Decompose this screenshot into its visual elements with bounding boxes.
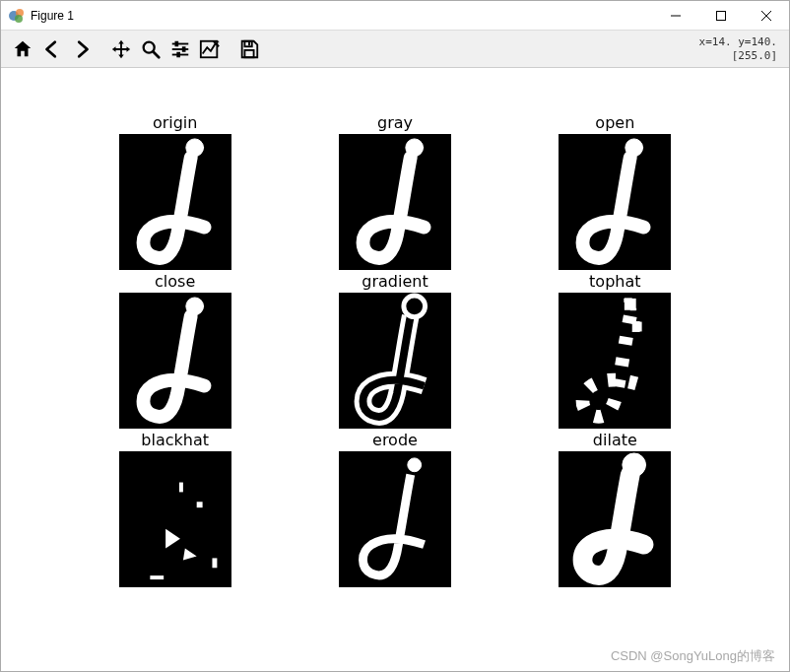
app-icon <box>9 8 25 24</box>
subplot-image[interactable] <box>119 134 231 270</box>
matplotlib-toolbar: x=14. y=140. [255.0] <box>1 31 789 68</box>
maximize-button[interactable] <box>698 1 744 30</box>
svg-rect-34 <box>212 558 217 568</box>
svg-line-8 <box>154 51 160 57</box>
subplot-open: open <box>559 113 671 270</box>
watermark: CSDN @SongYuLong的博客 <box>611 647 775 665</box>
subplot-image[interactable] <box>559 293 671 429</box>
subplot-origin: origin <box>119 113 231 270</box>
subplot-image[interactable] <box>339 451 451 587</box>
window-title: Figure 1 <box>31 9 74 23</box>
svg-rect-32 <box>150 575 164 579</box>
save-icon[interactable] <box>235 35 263 63</box>
forward-icon[interactable] <box>68 35 96 63</box>
svg-rect-28 <box>632 322 642 332</box>
subplot-gradient: gradient <box>339 272 451 429</box>
svg-rect-18 <box>248 41 250 45</box>
svg-rect-27 <box>625 299 636 310</box>
cursor-coordinates: x=14. y=140. [255.0] <box>699 35 781 61</box>
zoom-icon[interactable] <box>137 35 165 63</box>
subplot-gray: gray <box>339 113 451 270</box>
coord-val: [255.0] <box>699 49 777 62</box>
window-controls <box>653 1 789 30</box>
subplot-image[interactable] <box>339 293 451 429</box>
subplot-blackhat: blackhat <box>119 431 231 587</box>
svg-rect-33 <box>196 502 202 507</box>
svg-rect-35 <box>179 483 183 493</box>
svg-rect-29 <box>126 451 224 587</box>
subplot-image[interactable] <box>559 134 671 270</box>
subplot-image[interactable] <box>119 451 231 587</box>
pan-icon[interactable] <box>107 35 135 63</box>
svg-rect-19 <box>244 49 253 56</box>
svg-rect-14 <box>176 51 180 57</box>
subplot-erode: erode <box>339 431 451 587</box>
svg-rect-10 <box>175 40 179 46</box>
subplots-config-icon[interactable] <box>166 35 194 63</box>
subplot-image[interactable] <box>119 293 231 429</box>
subplot-title: close <box>119 272 231 291</box>
subplot-title: dilate <box>559 431 671 449</box>
subplot-title: blackhat <box>119 431 231 449</box>
figure-canvas[interactable]: origin gray open <box>1 68 789 671</box>
svg-rect-4 <box>717 11 726 20</box>
subplot-close: close <box>119 272 231 429</box>
titlebar: Figure 1 <box>1 1 789 31</box>
subplot-image[interactable] <box>559 451 671 587</box>
subplot-dilate: dilate <box>559 431 671 587</box>
subplot-image[interactable] <box>339 134 451 270</box>
subplot-title: gray <box>339 113 451 132</box>
svg-point-37 <box>408 458 422 472</box>
subplot-title: origin <box>119 113 231 132</box>
close-button[interactable] <box>744 1 789 30</box>
back-icon[interactable] <box>38 35 66 63</box>
subplot-title: open <box>559 113 671 132</box>
subplot-tophat: tophat <box>559 272 671 429</box>
svg-point-2 <box>15 15 23 23</box>
axes-edit-icon[interactable] <box>196 35 224 63</box>
svg-point-39 <box>623 453 646 477</box>
subplot-title: erode <box>339 431 451 449</box>
subplot-title: gradient <box>339 272 451 291</box>
subplot-grid: origin gray open <box>99 113 691 587</box>
minimize-button[interactable] <box>653 1 698 30</box>
coord-xy: x=14. y=140. <box>699 35 777 48</box>
svg-rect-12 <box>182 46 186 52</box>
home-icon[interactable] <box>9 35 36 63</box>
subplot-title: tophat <box>559 272 671 291</box>
